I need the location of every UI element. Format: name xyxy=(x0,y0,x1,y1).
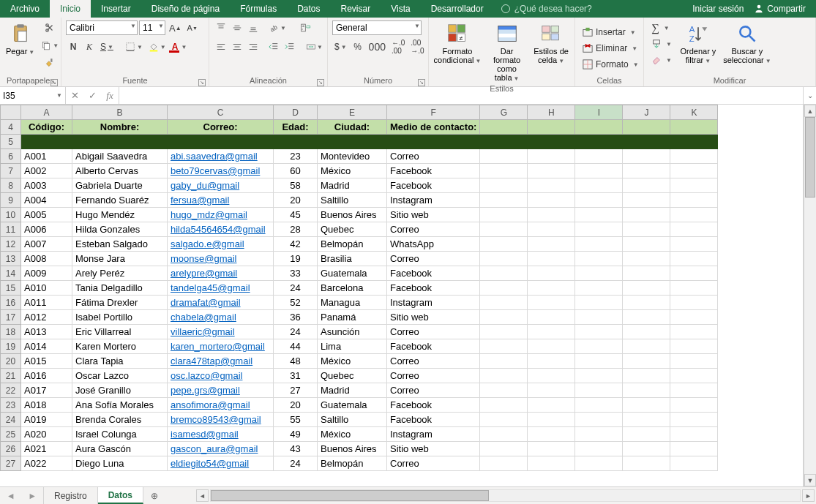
cell[interactable] xyxy=(480,442,528,456)
cell[interactable] xyxy=(575,252,623,266)
cell[interactable]: 23 xyxy=(274,149,318,164)
cell[interactable]: 55 xyxy=(274,413,318,427)
header-cell[interactable]: Correo: xyxy=(168,120,274,135)
cell[interactable]: A002 xyxy=(21,164,72,178)
cell[interactable]: A020 xyxy=(21,427,72,442)
cell[interactable]: 24 xyxy=(274,456,318,471)
cell[interactable]: tandelga45@gmail xyxy=(168,281,274,296)
col-header-K[interactable]: K xyxy=(670,105,718,120)
cell[interactable] xyxy=(21,135,72,149)
cell[interactable] xyxy=(623,354,670,369)
sort-filter-button[interactable]: AZ Ordenar y filtrar▼ xyxy=(678,20,719,67)
grow-font-button[interactable]: A▲ xyxy=(167,20,184,35)
fill-color-button[interactable]: ▼ xyxy=(146,40,168,54)
cell[interactable]: Arely Peréz xyxy=(72,266,168,281)
cell[interactable]: pepe.grs@gmail xyxy=(168,383,274,398)
header-cell[interactable]: Medio de contacto: xyxy=(387,120,480,135)
cell[interactable] xyxy=(528,456,575,471)
cut-button[interactable] xyxy=(39,20,61,35)
cell[interactable] xyxy=(670,339,718,354)
email-link[interactable]: isamesd@gmail xyxy=(171,429,239,440)
cell[interactable]: Instagram xyxy=(387,193,480,208)
email-link[interactable]: gaby_du@gmail xyxy=(171,180,239,191)
row-header[interactable]: 7 xyxy=(1,164,21,178)
col-header-B[interactable]: B xyxy=(72,105,168,120)
font-size-combo[interactable]: ▼ xyxy=(139,20,165,35)
cell[interactable] xyxy=(480,120,528,135)
cell[interactable]: Lima xyxy=(318,339,387,354)
wrap-text-button[interactable]: abc xyxy=(296,20,316,35)
cell[interactable]: A007 xyxy=(21,237,72,252)
row-header[interactable]: 10 xyxy=(1,208,21,222)
row-header[interactable]: 17 xyxy=(1,310,21,325)
percent-button[interactable]: % xyxy=(351,40,365,54)
cell[interactable] xyxy=(480,193,528,208)
cell[interactable] xyxy=(528,354,575,369)
cell[interactable]: Diego Luna xyxy=(72,456,168,471)
cell[interactable] xyxy=(575,266,623,281)
cell[interactable] xyxy=(670,222,718,237)
email-link[interactable]: hugo_mdz@gmail xyxy=(171,209,247,220)
col-header-E[interactable]: E xyxy=(318,105,387,120)
cell[interactable]: 58 xyxy=(274,178,318,193)
cell[interactable] xyxy=(670,178,718,193)
cell[interactable]: A017 xyxy=(21,383,72,398)
col-header-C[interactable]: C xyxy=(168,105,274,120)
cell[interactable] xyxy=(670,442,718,456)
cell[interactable] xyxy=(528,149,575,164)
cell[interactable]: A016 xyxy=(21,369,72,383)
scroll-left-button[interactable]: ◄ xyxy=(196,489,209,502)
cell[interactable] xyxy=(575,383,623,398)
cell[interactable] xyxy=(168,135,274,149)
cell[interactable] xyxy=(623,237,670,252)
cell[interactable]: A012 xyxy=(21,310,72,325)
spreadsheet-grid[interactable]: ABCDEFGHIJK4Código:Nombre:Correo:Edad:Ci… xyxy=(0,105,804,486)
new-sheet-button[interactable]: ⊕ xyxy=(143,487,165,504)
cell[interactable]: A006 xyxy=(21,222,72,237)
cell[interactable] xyxy=(670,413,718,427)
cell[interactable] xyxy=(670,296,718,310)
cell[interactable]: Asunción xyxy=(318,325,387,339)
cell[interactable] xyxy=(670,164,718,178)
scroll-thumb[interactable] xyxy=(805,117,815,198)
cell[interactable]: Sitio web xyxy=(387,442,480,456)
cell[interactable] xyxy=(528,413,575,427)
email-link[interactable]: eldiegito54@gmail xyxy=(171,458,249,469)
header-cell[interactable]: Ciudad: xyxy=(318,120,387,135)
cell[interactable]: 52 xyxy=(274,296,318,310)
cell[interactable]: A001 xyxy=(21,149,72,164)
cell[interactable] xyxy=(575,427,623,442)
email-link[interactable]: beto79cervas@gmail xyxy=(171,165,260,176)
email-link[interactable]: hilda54564654@gmail xyxy=(171,224,266,235)
cell[interactable] xyxy=(575,222,623,237)
cell[interactable]: Isabel Portillo xyxy=(72,310,168,325)
row-header[interactable]: 12 xyxy=(1,237,21,252)
cell[interactable] xyxy=(623,383,670,398)
cell[interactable] xyxy=(387,135,480,149)
cell[interactable]: A010 xyxy=(21,281,72,296)
cell[interactable]: bremco89543@gmail xyxy=(168,413,274,427)
cell[interactable] xyxy=(480,310,528,325)
cell[interactable] xyxy=(623,398,670,413)
cell[interactable]: gascon_aura@gmail xyxy=(168,442,274,456)
cell[interactable] xyxy=(575,237,623,252)
cell[interactable]: villaeric@gmail xyxy=(168,325,274,339)
cell[interactable] xyxy=(575,164,623,178)
row-header[interactable]: 26 xyxy=(1,442,21,456)
bold-button[interactable]: N xyxy=(66,40,81,54)
menu-tab-diseño-de-página[interactable]: Diseño de página xyxy=(141,0,230,18)
name-box[interactable]: ▼ xyxy=(0,87,66,104)
cell[interactable] xyxy=(575,149,623,164)
cell[interactable]: Quebec xyxy=(318,222,387,237)
cell[interactable]: A009 xyxy=(21,266,72,281)
cell[interactable] xyxy=(528,281,575,296)
cell[interactable] xyxy=(480,135,528,149)
cell[interactable] xyxy=(528,427,575,442)
cell[interactable] xyxy=(528,237,575,252)
cell[interactable] xyxy=(480,208,528,222)
align-right-button[interactable] xyxy=(246,40,261,54)
row-header[interactable]: 18 xyxy=(1,325,21,339)
cell[interactable]: Correo xyxy=(387,456,480,471)
cell[interactable] xyxy=(480,237,528,252)
col-header-G[interactable]: G xyxy=(480,105,528,120)
